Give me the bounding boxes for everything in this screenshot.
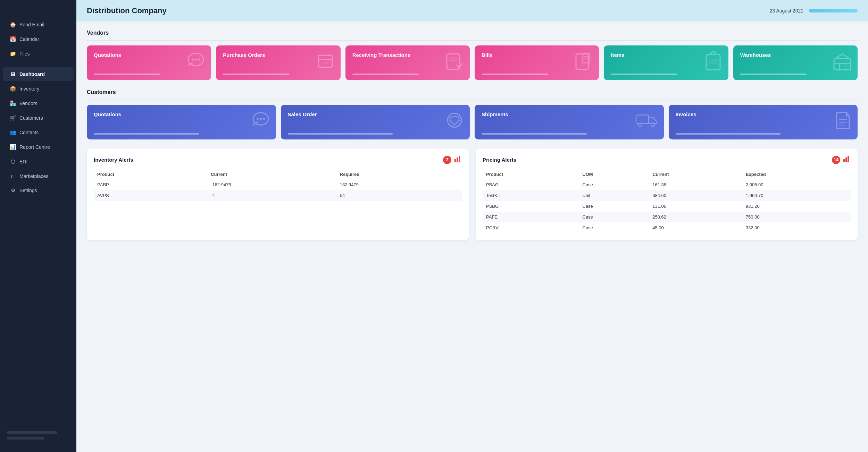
- vendors-divider: [87, 40, 858, 41]
- files-icon: 📁: [10, 51, 16, 57]
- pricing-chart-icon[interactable]: [843, 155, 851, 164]
- card-shipments-label: Shipments: [482, 111, 587, 118]
- customers-section: Customers Quotations: [87, 89, 858, 139]
- inventory-alerts-table: Product Current Required PABP -162.9479 …: [94, 170, 462, 201]
- dashboard-content: Vendors Quotations: [76, 22, 868, 452]
- svg-rect-37: [848, 156, 849, 162]
- svg-rect-15: [706, 55, 720, 70]
- inventory-current: -4: [207, 190, 336, 201]
- card-sales-order[interactable]: Sales Order: [281, 105, 470, 139]
- customers-cards-grid: Quotations Sales Order: [87, 105, 858, 139]
- bottom-panels: Inventory Alerts 2: [87, 148, 858, 240]
- card-bills-label: Bills: [482, 52, 548, 59]
- header-date: 23 August 2021: [770, 8, 803, 14]
- header-progress-bar: [809, 9, 858, 12]
- settings-icon: ⚙: [10, 187, 16, 194]
- inventory-alerts-badge: 2: [443, 156, 451, 164]
- pricing-current: 131.06: [649, 201, 742, 212]
- inventory-col-current: Current: [207, 170, 336, 179]
- card-shipments[interactable]: Shipments: [475, 105, 664, 139]
- card-items-bar: [611, 74, 677, 75]
- sidebar-item-inventory[interactable]: 📦 Inventory: [3, 82, 74, 96]
- inventory-current: -162.9479: [207, 179, 336, 190]
- card-purchase-orders[interactable]: Purchase Orders: [216, 45, 340, 80]
- inventory-table-row: AVPS -4 54: [94, 190, 462, 201]
- pricing-uom: Case: [579, 212, 649, 222]
- pricing-table-row: PCRV Case 45.00 332.00: [483, 222, 851, 233]
- pricing-current: 684.60: [649, 190, 742, 201]
- card-shipments-bar: [482, 133, 587, 135]
- sidebar-item-dashboard[interactable]: ⊞ Dashboard: [3, 67, 74, 81]
- pricing-product: PBAG: [483, 179, 579, 190]
- pricing-col-product: Product: [483, 170, 579, 179]
- pricing-product: TestKIT: [483, 190, 579, 201]
- inventory-alerts-panel: Inventory Alerts 2: [87, 148, 469, 240]
- vendors-section: Vendors Quotations: [87, 30, 858, 80]
- card-quotations-vendor-bar: [94, 74, 160, 75]
- pricing-expected: 2,005.00: [742, 179, 851, 190]
- card-quotations-vendor[interactable]: Quotations: [87, 45, 211, 80]
- card-invoices-bar: [676, 133, 781, 135]
- inventory-chart-icon[interactable]: [454, 155, 462, 164]
- sidebar-item-report-centre[interactable]: 📊 Report Centre: [3, 140, 74, 154]
- svg-rect-35: [843, 159, 845, 162]
- sidebar-item-contacts[interactable]: 👥 Contacts: [3, 126, 74, 139]
- svg-rect-36: [845, 157, 847, 162]
- quotations-customer-icon: [250, 110, 271, 135]
- card-bills[interactable]: Bills: [475, 45, 599, 80]
- sidebar-item-edi[interactable]: ⬡ EDI: [3, 155, 74, 169]
- sidebar-item-customers[interactable]: 🛒 Customers: [3, 111, 74, 125]
- page-header: Distribution Company 23 August 2021: [76, 0, 868, 22]
- svg-point-23: [260, 118, 262, 120]
- inventory-col-required: Required: [336, 170, 462, 179]
- pricing-alerts-table: Product UOM Current Expected PBAG Case 1…: [483, 170, 851, 233]
- pricing-table-row: PSBG Case 131.06 931.20: [483, 201, 851, 212]
- pricing-col-current: Current: [649, 170, 742, 179]
- pricing-uom: Case: [579, 222, 649, 233]
- sidebar-divider: [7, 64, 69, 64]
- inventory-required: 54: [336, 190, 462, 201]
- pricing-product: PSBG: [483, 201, 579, 212]
- card-items-label: Items: [611, 52, 677, 59]
- inventory-icon: 📦: [10, 86, 16, 92]
- sidebar-item-settings[interactable]: ⚙ Settings: [3, 184, 74, 197]
- edi-icon: ⬡: [10, 159, 16, 165]
- card-receiving-transactions-bar: [352, 74, 419, 75]
- sidebar-item-send-email[interactable]: 🏠 Send Email: [3, 18, 74, 32]
- pricing-current: 45.00: [649, 222, 742, 233]
- pricing-expected: 332.00: [742, 222, 851, 233]
- inventory-col-product: Product: [94, 170, 207, 179]
- pricing-alerts-header-right: 14: [832, 155, 851, 164]
- inventory-product: AVPS: [94, 190, 207, 201]
- inventory-alerts-header-right: 2: [443, 155, 462, 164]
- card-purchase-orders-bar: [223, 74, 289, 75]
- card-items[interactable]: Items: [604, 45, 728, 80]
- svg-point-24: [263, 118, 265, 120]
- pricing-expected: 1,964.70: [742, 190, 851, 201]
- card-quotations-customer-label: Quotations: [94, 111, 199, 118]
- card-invoices[interactable]: Invoices: [669, 105, 858, 139]
- dashboard-icon: ⊞: [10, 71, 16, 77]
- svg-point-1: [192, 59, 194, 61]
- sidebar-item-files[interactable]: 📁 Files: [3, 47, 74, 61]
- card-warehouses[interactable]: Warehouses: [733, 45, 858, 80]
- pricing-col-expected: Expected: [742, 170, 851, 179]
- svg-point-22: [257, 118, 259, 120]
- sidebar-item-vendors[interactable]: 🏪 Vendors: [3, 96, 74, 110]
- inventory-table-row: PABP -162.9479 182.9479: [94, 179, 462, 190]
- invoices-icon: [832, 110, 853, 135]
- header-right: 23 August 2021: [770, 8, 858, 14]
- receiving-transactions-icon: [444, 51, 465, 75]
- pricing-alerts-badge: 14: [832, 156, 840, 164]
- inventory-product: PABP: [94, 179, 207, 190]
- card-quotations-customer[interactable]: Quotations: [87, 105, 276, 139]
- card-invoices-label: Invoices: [676, 111, 781, 118]
- svg-rect-20: [840, 64, 845, 70]
- sales-order-icon: [444, 110, 465, 135]
- svg-point-2: [195, 59, 197, 61]
- sidebar-footer-bar-2: [7, 437, 44, 440]
- sidebar-item-marketplaces[interactable]: 🏷 Marketplaces: [3, 169, 74, 183]
- card-warehouses-bar: [740, 74, 807, 75]
- sidebar-item-calendar[interactable]: 📅 Calendar: [3, 32, 74, 46]
- card-receiving-transactions[interactable]: Receiving Transactions: [345, 45, 470, 80]
